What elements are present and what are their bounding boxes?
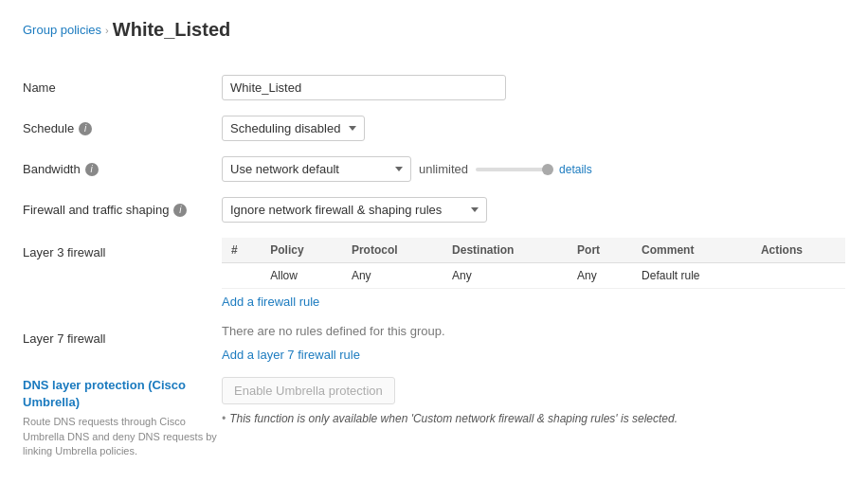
firewall-shaping-label: Firewall and traffic shaping i: [23, 197, 222, 217]
schedule-control: Scheduling disabled Always Custom: [222, 116, 845, 141]
layer7-row: Layer 7 firewall There are no rules defi…: [23, 324, 845, 362]
dns-label: DNS layer protection (Cisco Umbrella): [23, 377, 222, 411]
header: Group policies › White_Listed: [23, 19, 845, 56]
cell-policy: Allow: [261, 263, 342, 289]
schedule-label: Schedule i: [23, 116, 222, 135]
add-firewall-rule-link[interactable]: Add a firewall rule: [222, 295, 319, 309]
breadcrumb-separator: ›: [105, 25, 109, 36]
name-row: Name: [23, 75, 845, 100]
cell-comment: Default rule: [632, 263, 751, 289]
breadcrumb: Group policies › White_Listed: [23, 19, 230, 41]
breadcrumb-link[interactable]: Group policies: [23, 23, 101, 37]
bandwidth-label: Bandwidth i: [23, 156, 222, 176]
bandwidth-row: Bandwidth i Use network default Custom u…: [23, 156, 845, 182]
cell-destination: Any: [443, 263, 568, 289]
page-title: White_Listed: [113, 19, 230, 41]
col-num: #: [222, 238, 261, 263]
layer3-row: Layer 3 firewall # Policy Protocol Desti…: [23, 238, 845, 309]
table-row: Allow Any Any Any Default rule: [222, 263, 845, 289]
col-actions: Actions: [751, 238, 845, 263]
dns-description: Route DNS requests through Cisco Umbrell…: [23, 415, 222, 458]
col-comment: Comment: [632, 238, 751, 263]
schedule-row: Schedule i Scheduling disabled Always Cu…: [23, 116, 845, 141]
dns-control: Enable Umbrella protection This function…: [222, 377, 845, 425]
cell-protocol: Any: [342, 263, 443, 289]
cell-num: [222, 263, 261, 289]
cell-actions: [751, 263, 845, 289]
col-destination: Destination: [443, 238, 568, 263]
bandwidth-details-link[interactable]: details: [559, 163, 592, 176]
layer3-table: # Policy Protocol Destination Port Comme…: [222, 238, 845, 289]
col-policy: Policy: [261, 238, 342, 263]
firewall-shaping-row: Firewall and traffic shaping i Ignore ne…: [23, 197, 845, 223]
col-port: Port: [568, 238, 632, 263]
bandwidth-unlimited-text: unlimited: [419, 162, 468, 176]
firewall-info-icon: i: [173, 204, 187, 217]
layer3-label: Layer 3 firewall: [23, 238, 222, 259]
layer7-empty-text: There are no rules defined for this grou…: [222, 324, 845, 338]
schedule-select[interactable]: Scheduling disabled Always Custom: [222, 116, 365, 141]
bandwidth-info-icon: i: [85, 163, 99, 176]
name-control: [222, 75, 845, 100]
bandwidth-slider-thumb: [542, 164, 553, 175]
layer7-section: There are no rules defined for this grou…: [222, 324, 845, 362]
name-label: Name: [23, 75, 222, 95]
layer3-table-container: # Policy Protocol Destination Port Comme…: [222, 238, 845, 309]
umbrella-note: This function is only available when 'Cu…: [222, 412, 845, 425]
firewall-shaping-control: Ignore network firewall & shaping rules …: [222, 197, 845, 223]
umbrella-button: Enable Umbrella protection: [222, 377, 395, 404]
layer7-label: Layer 7 firewall: [23, 324, 222, 346]
cell-port: Any: [568, 263, 632, 289]
firewall-shaping-select[interactable]: Ignore network firewall & shaping rules …: [222, 197, 487, 223]
add-layer7-rule-link[interactable]: Add a layer 7 firewall rule: [222, 348, 360, 362]
bandwidth-select[interactable]: Use network default Custom: [222, 156, 411, 182]
schedule-info-icon: i: [79, 122, 92, 135]
name-input[interactable]: [222, 75, 506, 100]
dns-row: DNS layer protection (Cisco Umbrella) Ro…: [23, 377, 845, 459]
col-protocol: Protocol: [342, 238, 443, 263]
bandwidth-slider: [476, 168, 552, 171]
bandwidth-control: Use network default Custom unlimited det…: [222, 156, 845, 182]
